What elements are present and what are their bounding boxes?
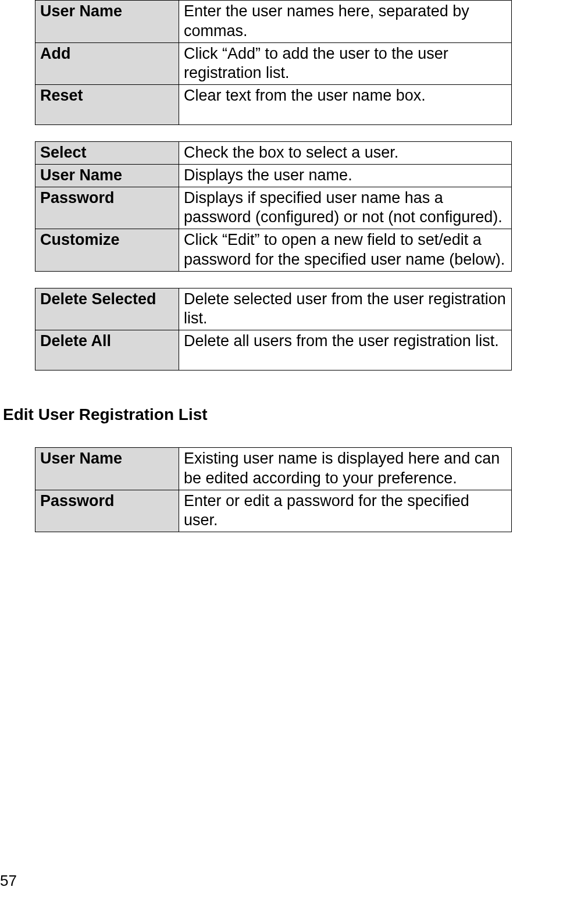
desc-cell: Enter the user names here, separated by …	[179, 1, 512, 43]
term-cell: Select	[35, 142, 179, 165]
page-number: 57	[0, 872, 17, 890]
definition-table-2: Select Check the box to select a user. U…	[35, 141, 553, 272]
table-row: Password Enter or edit a password for th…	[35, 490, 512, 532]
desc-cell: Displays if specified user name has a pa…	[179, 187, 512, 229]
term-cell: Customize	[35, 229, 179, 272]
term-cell: Password	[35, 187, 179, 229]
term-cell: Delete All	[35, 330, 179, 370]
desc-cell: Click “Edit” to open a new field to set/…	[179, 229, 512, 272]
term-cell: Password	[35, 490, 179, 532]
desc-cell: Displays the user name.	[179, 164, 512, 187]
table-row: User Name Existing user name is displaye…	[35, 448, 512, 490]
table-row: Select Check the box to select a user.	[35, 142, 512, 165]
desc-cell: Delete selected user from the user regis…	[179, 288, 512, 330]
table-row: User Name Enter the user names here, sep…	[35, 1, 512, 43]
term-cell: Reset	[35, 85, 179, 125]
definition-table-4: User Name Existing user name is displaye…	[35, 447, 553, 532]
desc-cell: Check the box to select a user.	[179, 142, 512, 165]
desc-cell: Enter or edit a password for the specifi…	[179, 490, 512, 532]
table-row: Delete All Delete all users from the use…	[35, 330, 512, 370]
term-cell: Delete Selected	[35, 288, 179, 330]
table-row: User Name Displays the user name.	[35, 164, 512, 187]
definition-table-1: User Name Enter the user names here, sep…	[35, 0, 553, 125]
section-heading: Edit User Registration List	[3, 405, 553, 424]
table-row: Customize Click “Edit” to open a new fie…	[35, 229, 512, 272]
table-row: Password Displays if specified user name…	[35, 187, 512, 229]
term-cell: Add	[35, 42, 179, 85]
table-row: Add Click “Add” to add the user to the u…	[35, 42, 512, 85]
desc-cell: Delete all users from the user registrat…	[179, 330, 512, 370]
term-cell: User Name	[35, 1, 179, 43]
desc-cell: Click “Add” to add the user to the user …	[179, 42, 512, 85]
table-row: Delete Selected Delete selected user fro…	[35, 288, 512, 330]
desc-cell: Clear text from the user name box.	[179, 85, 512, 125]
term-cell: User Name	[35, 164, 179, 187]
definition-table-3: Delete Selected Delete selected user fro…	[35, 288, 553, 371]
table-row: Reset Clear text from the user name box.	[35, 85, 512, 125]
term-cell: User Name	[35, 448, 179, 490]
desc-cell: Existing user name is displayed here and…	[179, 448, 512, 490]
